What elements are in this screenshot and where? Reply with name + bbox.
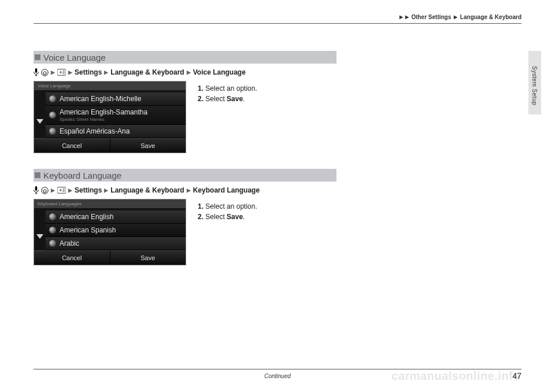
path-leaf: Keyboard Language	[193, 186, 260, 194]
option-label: American Spanish	[60, 226, 116, 234]
step-save: Save	[227, 95, 243, 103]
step-text: Select	[205, 95, 227, 103]
triangle-icon: ▶	[51, 187, 55, 193]
path-category: Language & Keyboard	[110, 68, 184, 76]
triangle-icon: ▶	[405, 14, 409, 20]
mic-icon	[34, 186, 39, 194]
radio-icon	[49, 240, 56, 247]
step-text: Select an option.	[205, 202, 257, 210]
path-settings: Settings	[75, 186, 102, 194]
option-sublabel: Speaks Street Names	[60, 117, 147, 122]
device-screenshot-keyboard: Keyboard Languages American English Amer…	[34, 199, 186, 265]
radio-icon	[49, 95, 56, 102]
nav-path: ▶ ▶ Settings ▶ Language & Keyboard ▶ Voi…	[34, 68, 336, 76]
triangle-icon: ▶	[187, 187, 191, 193]
device-title: Voice Language	[34, 82, 186, 90]
instructions: 1. Select an option. 2. Select Save.	[198, 83, 257, 104]
keyboard-option[interactable]: American Spanish	[46, 224, 186, 237]
mic-icon	[34, 68, 39, 76]
home-icon	[41, 69, 49, 76]
breadcrumb-child: Language & Keyboard	[460, 14, 521, 20]
keyboard-option[interactable]: American English	[46, 210, 186, 224]
step-text: Select an option.	[205, 84, 257, 93]
voice-option[interactable]: American English-Samantha Speaks Street …	[46, 106, 186, 125]
square-icon	[35, 172, 40, 178]
triangle-icon: ▶	[68, 69, 72, 75]
nav-path: ▶ ▶ Settings ▶ Language & Keyboard ▶ Key…	[34, 186, 336, 194]
svg-point-2	[42, 187, 48, 193]
triangle-icon: ▶	[104, 187, 108, 193]
triangle-icon: ▶	[51, 69, 55, 75]
path-settings: Settings	[75, 68, 102, 76]
square-icon	[35, 54, 40, 60]
side-tab-label: System Setup	[531, 66, 538, 105]
triangle-icon: ▶	[104, 69, 108, 75]
voice-option[interactable]: American English-Michelle	[46, 93, 186, 106]
scroll-down-icon[interactable]	[36, 119, 43, 124]
scroll-down-icon[interactable]	[36, 234, 43, 239]
path-leaf: Voice Language	[193, 68, 246, 76]
radio-icon	[49, 213, 56, 220]
keyboard-option[interactable]: Arabic	[46, 237, 186, 250]
step-text: Select	[205, 213, 227, 221]
divider	[34, 23, 521, 24]
breadcrumb-parent: Other Settings	[411, 14, 451, 20]
option-label: Español Américas-Ana	[60, 127, 130, 135]
home-icon	[41, 187, 49, 194]
heading-text: Voice Language	[43, 53, 106, 62]
radio-icon	[49, 227, 56, 234]
breadcrumb: ▶▶ Other Settings ▶ Language & Keyboard	[398, 14, 521, 20]
option-label: Arabic	[60, 239, 79, 247]
section-heading-keyboard: Keyboard Language	[34, 169, 336, 182]
instructions: 1. Select an option. 2. Select Save.	[198, 201, 257, 222]
option-label: American English-Michelle	[60, 95, 141, 103]
section-heading-voice: Voice Language	[34, 51, 336, 64]
step-save: Save	[227, 213, 243, 221]
radio-icon	[49, 128, 56, 135]
triangle-icon: ▶	[399, 14, 403, 20]
menu-back-icon	[57, 69, 66, 76]
step-text: .	[243, 213, 245, 221]
menu-back-icon	[57, 187, 66, 194]
radio-icon	[49, 112, 56, 119]
save-button[interactable]: Save	[110, 250, 186, 265]
triangle-icon: ▶	[454, 14, 457, 20]
heading-text: Keyboard Language	[43, 171, 121, 180]
triangle-icon: ▶	[68, 187, 72, 193]
save-button[interactable]: Save	[110, 138, 186, 153]
triangle-icon: ▶	[187, 69, 191, 75]
device-screenshot-voice: Voice Language American English-Michelle…	[34, 81, 186, 153]
option-label: American English-Samantha	[60, 108, 147, 116]
step-text: .	[243, 95, 245, 103]
watermark: carmanualsonline.info	[391, 369, 520, 383]
device-title: Keyboard Languages	[34, 199, 186, 208]
option-label: American English	[60, 213, 113, 221]
voice-option[interactable]: Español Américas-Ana	[46, 125, 186, 138]
path-category: Language & Keyboard	[110, 186, 184, 194]
svg-point-0	[42, 69, 48, 75]
